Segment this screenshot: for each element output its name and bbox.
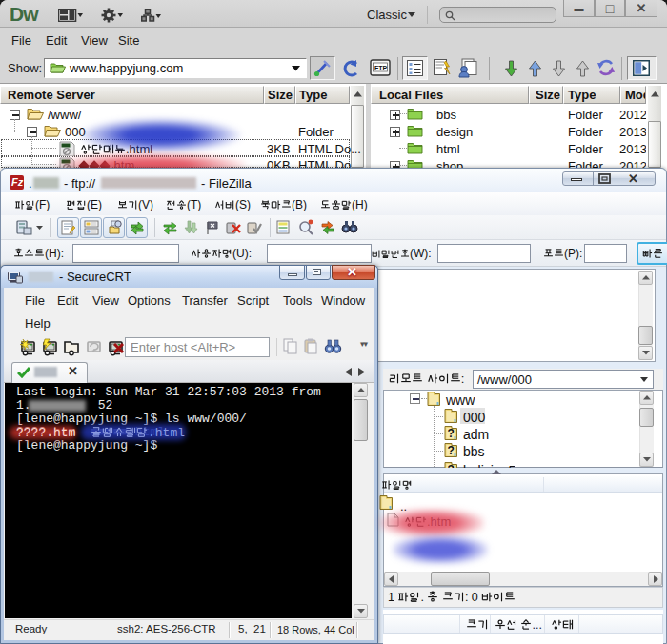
- svg-text:?: ?: [448, 427, 455, 440]
- svg-text:?: ?: [448, 444, 455, 457]
- svg-text:FTP: FTP: [374, 65, 388, 71]
